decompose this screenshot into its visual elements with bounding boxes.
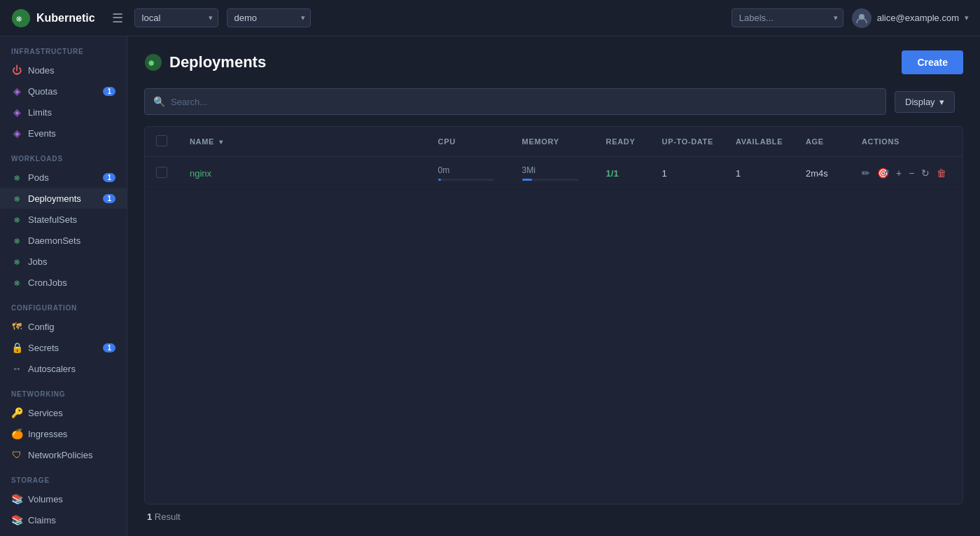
- cronjobs-icon: ⎈: [11, 277, 22, 288]
- section-label-applications: APPLICATIONS: [0, 530, 127, 536]
- user-email: alice@example.com: [877, 13, 959, 23]
- cpu-value: 0m: [438, 165, 500, 175]
- edit-icon[interactable]: ✏: [862, 167, 870, 179]
- sidebar-item-label-networkpolicies: NetworkPolicies: [28, 450, 92, 460]
- memory-value: 3Mi: [522, 165, 584, 175]
- cpu-progress-bg: [438, 179, 494, 181]
- sidebar-item-label-daemonsets: DaemonSets: [28, 235, 80, 246]
- display-label: Display: [905, 97, 935, 107]
- name-sort-icon: ▾: [219, 138, 223, 146]
- result-count: 1 Result: [144, 504, 963, 522]
- sidebar-item-volumes[interactable]: 📚Volumes: [0, 488, 127, 509]
- sidebar-item-nodes[interactable]: ⏻Nodes: [0, 60, 127, 81]
- sidebar-item-pods[interactable]: ⎈Pods1: [0, 167, 127, 188]
- sidebar-item-label-pods: Pods: [28, 172, 49, 183]
- uptodate-value: 1: [662, 168, 667, 179]
- sidebar-item-label-cronjobs: CronJobs: [28, 277, 67, 288]
- sidebar-item-jobs[interactable]: ⎈Jobs: [0, 251, 127, 272]
- sidebar-item-label-statefulsets: StatefulSets: [28, 214, 77, 225]
- cluster-select[interactable]: local: [134, 8, 218, 27]
- row-checkbox[interactable]: [156, 167, 167, 178]
- row-age-cell: 2m4s: [794, 157, 850, 190]
- sidebar-item-config[interactable]: 🗺Config: [0, 316, 127, 337]
- row-name-cell: nginx: [178, 157, 427, 190]
- sidebar-item-daemonsets[interactable]: ⎈DaemonSets: [0, 230, 127, 251]
- user-menu[interactable]: alice@example.com ▾: [852, 8, 969, 28]
- deployment-link[interactable]: nginx: [190, 168, 211, 179]
- sidebar-item-events[interactable]: ◈Events: [0, 123, 127, 144]
- create-button[interactable]: Create: [902, 50, 963, 74]
- services-icon: 🔑: [11, 407, 22, 418]
- autoscalers-icon: ↔: [11, 363, 22, 374]
- topbar: ⎈ Kubernetic ☰ local demo Labels... alic…: [0, 0, 980, 36]
- sidebar-item-deployments[interactable]: ⎈Deployments1: [0, 188, 127, 209]
- namespace-select[interactable]: demo: [227, 8, 311, 27]
- display-button[interactable]: Display ▾: [895, 91, 955, 113]
- section-label-configuration: CONFIGURATION: [0, 293, 127, 316]
- svg-text:⎈: ⎈: [16, 13, 22, 24]
- sidebar-item-label-secrets: Secrets: [28, 343, 59, 353]
- target-icon[interactable]: 🎯: [877, 167, 889, 179]
- memory-progress-fill: [522, 179, 532, 181]
- table-header-row: NAME ▾ CPU MEMORY READY UP-TO-DATE AVAIL…: [145, 127, 962, 157]
- search-input[interactable]: [171, 97, 877, 107]
- table-row: nginx 0m 3Mi 1/1 1 1: [145, 157, 962, 190]
- sidebar-badge-quotas: 1: [103, 87, 115, 96]
- sidebar-item-ingresses[interactable]: 🍊Ingresses: [0, 423, 127, 444]
- col-memory-header: MEMORY: [511, 127, 595, 157]
- hamburger-icon[interactable]: ☰: [112, 11, 123, 26]
- cpu-progress-fill: [438, 179, 441, 181]
- sidebar-item-label-claims: Claims: [28, 515, 56, 525]
- row-checkbox-cell: [145, 157, 178, 190]
- col-ready-header: READY: [595, 127, 651, 157]
- sidebar-item-label-events: Events: [28, 128, 56, 139]
- sidebar-item-claims[interactable]: 📚Claims: [0, 509, 127, 530]
- jobs-icon: ⎈: [11, 256, 22, 267]
- deployments-icon: ⎈: [11, 193, 22, 204]
- col-age-header: AGE: [794, 127, 850, 157]
- scale-down-icon[interactable]: −: [909, 167, 914, 179]
- toolbar: 🔍 Display ▾: [144, 88, 963, 115]
- daemonsets-icon: ⎈: [11, 235, 22, 246]
- sidebar-item-statefulsets[interactable]: ⎈StatefulSets: [0, 209, 127, 230]
- search-box: 🔍: [144, 88, 886, 115]
- sidebar-badge-deployments: 1: [103, 194, 115, 203]
- row-uptodate-cell: 1: [651, 157, 724, 190]
- restart-icon[interactable]: ↻: [921, 167, 930, 179]
- row-ready-cell: 1/1: [595, 157, 651, 190]
- sidebar-item-limits[interactable]: ◈Limits: [0, 102, 127, 123]
- sidebar-item-label-autoscalers: Autoscalers: [28, 364, 76, 374]
- user-avatar-icon: [852, 8, 872, 28]
- sidebar-item-quotas[interactable]: ◈Quotas1: [0, 81, 127, 102]
- col-cpu-header: CPU: [427, 127, 511, 157]
- search-icon: 🔍: [153, 96, 165, 107]
- sidebar-item-label-nodes: Nodes: [28, 65, 55, 76]
- deployments-table: NAME ▾ CPU MEMORY READY UP-TO-DATE AVAIL…: [145, 127, 962, 190]
- nodes-icon: ⏻: [11, 64, 22, 76]
- sidebar-item-autoscalers[interactable]: ↔Autoscalers: [0, 358, 127, 379]
- memory-progress-bg: [522, 179, 578, 181]
- col-checkbox-header: [145, 127, 178, 157]
- labels-select[interactable]: Labels...: [732, 8, 844, 27]
- page-title-wrapper: ⎈ Deployments: [144, 53, 266, 71]
- sidebar-item-secrets[interactable]: 🔒Secrets1: [0, 337, 127, 358]
- row-memory-cell: 3Mi: [511, 157, 595, 190]
- cluster-select-wrapper: local: [134, 8, 218, 27]
- pods-icon: ⎈: [11, 172, 22, 183]
- select-all-checkbox[interactable]: [156, 135, 167, 146]
- deployments-table-container: NAME ▾ CPU MEMORY READY UP-TO-DATE AVAIL…: [144, 126, 963, 504]
- section-label-workloads: WORKLOADS: [0, 144, 127, 167]
- ready-value: 1/1: [606, 168, 619, 179]
- sidebar-item-label-quotas: Quotas: [28, 86, 57, 97]
- svg-text:⎈: ⎈: [148, 57, 155, 68]
- volumes-icon: 📚: [11, 493, 22, 504]
- sidebar-item-services[interactable]: 🔑Services: [0, 402, 127, 423]
- app-logo: ⎈ Kubernetic: [11, 8, 95, 28]
- sidebar-item-cronjobs[interactable]: ⎈CronJobs: [0, 272, 127, 293]
- sidebar-item-label-ingresses: Ingresses: [28, 429, 67, 439]
- sidebar-badge-secrets: 1: [103, 343, 115, 352]
- col-name-header[interactable]: NAME ▾: [178, 127, 427, 157]
- delete-icon[interactable]: 🗑: [937, 167, 946, 179]
- scale-up-icon[interactable]: +: [896, 167, 902, 179]
- sidebar-item-networkpolicies[interactable]: 🛡NetworkPolicies: [0, 444, 127, 465]
